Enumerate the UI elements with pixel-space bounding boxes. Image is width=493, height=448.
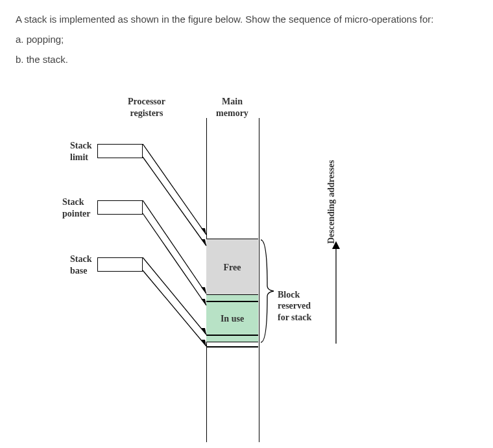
stack-pointer-text: Stack pointer: [62, 197, 91, 218]
svg-line-10: [143, 270, 206, 346]
memory-free-region: Free: [206, 239, 258, 295]
svg-line-4: [143, 200, 206, 294]
svg-marker-1: [201, 228, 206, 235]
svg-marker-3: [201, 239, 206, 246]
main-memory-header: Main memory: [213, 96, 252, 119]
stack-base-label: Stack base: [70, 253, 91, 276]
descending-arrow-icon: [330, 240, 343, 346]
block-reserved-label: Block reserved for stack: [278, 277, 311, 323]
svg-marker-5: [201, 287, 206, 294]
block-brace: [258, 237, 276, 345]
svg-marker-7: [201, 299, 206, 305]
stack-base-register: [97, 257, 143, 272]
processor-registers-header: Processor registers: [121, 96, 173, 119]
question-part-b: b. the stack.: [16, 52, 477, 68]
stack-limit-label: Stack limit: [70, 140, 91, 163]
svg-marker-11: [201, 340, 206, 346]
svg-line-6: [143, 213, 206, 305]
memory-separator-below-stack: [206, 346, 258, 348]
stack-base-text: Stack base: [70, 254, 91, 276]
stack-limit-register: [97, 144, 143, 158]
svg-marker-9: [201, 328, 206, 335]
stack-pointer-connector: [130, 200, 214, 311]
memory-separator-top: [206, 301, 258, 302]
svg-line-0: [143, 144, 206, 235]
inuse-label: In use: [221, 313, 244, 325]
svg-line-8: [143, 257, 206, 335]
stack-limit-connector: [130, 144, 214, 248]
stack-pointer-label: Stack pointer: [62, 196, 91, 219]
stack-base-connector: [130, 257, 214, 355]
descending-addresses-text: Descending addresses: [326, 160, 336, 244]
svg-line-2: [143, 157, 206, 246]
main-memory-text: Main memory: [216, 97, 248, 118]
memory-separator-bottom: [206, 335, 258, 336]
stack-diagram: Processor registers Main memory Stack li…: [62, 101, 400, 445]
stack-limit-text: Stack limit: [70, 141, 91, 162]
question-intro: A stack is implemented as shown in the f…: [16, 12, 477, 28]
question-part-a: a. popping;: [16, 32, 477, 48]
block-reserved-text: Block reserved for stack: [278, 290, 311, 322]
descending-addresses-label: Descending addresses: [326, 160, 337, 244]
free-label: Free: [224, 262, 241, 274]
processor-registers-text: Processor registers: [128, 97, 165, 118]
stack-pointer-register: [97, 200, 143, 215]
